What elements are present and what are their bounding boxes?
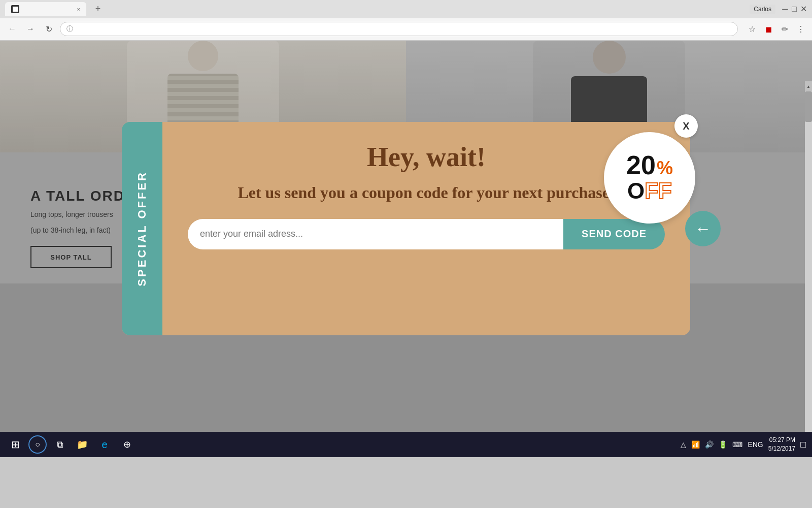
window-controls: Carlos ─ □ ✕ xyxy=(750,5,807,14)
taskbar-network-icon[interactable]: 📶 xyxy=(691,440,700,449)
close-window-button[interactable]: ✕ xyxy=(800,6,807,13)
modal-popup: SPECIAL OFFER Hey, wait! Let us send you… xyxy=(122,122,690,335)
browser-tab[interactable]: × xyxy=(5,2,86,16)
modal-close-button[interactable]: X xyxy=(674,114,698,138)
arrow-left-icon: ← xyxy=(695,219,711,238)
info-icon: ⓘ xyxy=(66,24,73,34)
scrollbar-up-arrow[interactable]: ▲ xyxy=(805,81,812,91)
browser-icon2[interactable]: ◼ xyxy=(762,23,774,35)
scrollbar-right[interactable]: ▲ ▼ xyxy=(805,81,812,457)
discount-badge: 20 % O FF xyxy=(604,132,695,224)
edge-button[interactable]: e xyxy=(95,435,114,454)
clock-date: 5/12/2017 xyxy=(768,444,795,453)
restore-button[interactable]: □ xyxy=(791,6,798,13)
edit-icon[interactable]: ✏ xyxy=(779,23,791,35)
discount-number: 20 xyxy=(626,152,656,178)
taskbar-up-arrow: △ xyxy=(681,440,686,449)
taskbar-system-icons: △ 📶 🔊 🔋 ⌨ ENG 05:27 PM 5/12/2017 □ xyxy=(681,436,806,453)
start-button[interactable]: ⊞ xyxy=(6,435,24,454)
discount-off-outline: FF xyxy=(645,178,672,204)
new-tab-button[interactable]: + xyxy=(90,2,106,17)
taskbar: ⊞ ○ ⧉ 📁 e ⊕ △ 📶 🔊 🔋 ⌨ ENG 05:27 PM 5/12/… xyxy=(0,432,812,457)
discount-number-line: 20 % xyxy=(626,152,673,178)
modal-overlay: SPECIAL OFFER Hey, wait! Let us send you… xyxy=(0,41,812,457)
browser-nav-icons: ☆ ◼ ✏ ⋮ xyxy=(746,23,807,35)
chrome-button[interactable]: ⊕ xyxy=(118,435,136,454)
modal-sidebar: SPECIAL OFFER xyxy=(122,122,162,335)
taskbar-keyboard-icon[interactable]: ⌨ xyxy=(732,440,742,449)
taskbar-battery-icon: 🔋 xyxy=(719,440,727,449)
modal-main-content: Hey, wait! Let us send you a coupon code… xyxy=(162,122,690,335)
task-view-button[interactable]: ⧉ xyxy=(51,435,69,454)
back-button[interactable]: ← xyxy=(5,22,19,36)
taskbar-clock: 05:27 PM 5/12/2017 xyxy=(768,436,795,453)
scrollbar-thumb[interactable] xyxy=(805,91,812,122)
address-bar[interactable]: ⓘ xyxy=(60,22,738,36)
taskbar-lang-label: ENG xyxy=(748,440,763,449)
taskbar-volume-icon[interactable]: 🔊 xyxy=(705,440,714,449)
modal-headline: Hey, wait! xyxy=(367,142,486,172)
browser-title-bar: × + Carlos ─ □ ✕ xyxy=(0,0,812,18)
discount-off-label: O FF xyxy=(627,178,672,204)
refresh-button[interactable]: ↻ xyxy=(42,22,56,36)
page-content: A TALL ORDER Long tops, longer trousers … xyxy=(0,41,812,457)
forward-button[interactable]: → xyxy=(23,22,38,36)
browser-nav-bar: ← → ↻ ⓘ ☆ ◼ ✏ ⋮ xyxy=(0,18,812,40)
file-explorer-button[interactable]: 📁 xyxy=(73,435,91,454)
bookmark-icon[interactable]: ☆ xyxy=(746,23,758,35)
modal-email-row: SEND CODE xyxy=(188,219,665,249)
modal-subtext: Let us send you a coupon code for your n… xyxy=(188,182,665,204)
browser-chrome: × + Carlos ─ □ ✕ ← → ↻ ⓘ ☆ ◼ ✏ ⋮ xyxy=(0,0,812,41)
minimize-button[interactable]: ─ xyxy=(782,6,789,13)
discount-percent: % xyxy=(657,159,673,177)
cortana-button[interactable]: ○ xyxy=(28,435,47,454)
tab-close-icon[interactable]: × xyxy=(77,6,80,12)
modal-arrow-button[interactable]: ← xyxy=(685,211,721,246)
user-name-label: Carlos xyxy=(750,5,775,14)
notification-icon[interactable]: □ xyxy=(800,439,806,450)
tab-favicon xyxy=(11,5,19,13)
menu-icon[interactable]: ⋮ xyxy=(795,23,807,35)
scrollbar-track xyxy=(805,122,812,457)
discount-off-black: O xyxy=(627,178,645,204)
clock-time: 05:27 PM xyxy=(768,436,795,444)
svg-rect-0 xyxy=(13,7,18,12)
modal-sidebar-text: SPECIAL OFFER xyxy=(136,171,149,287)
email-input[interactable] xyxy=(188,219,563,249)
